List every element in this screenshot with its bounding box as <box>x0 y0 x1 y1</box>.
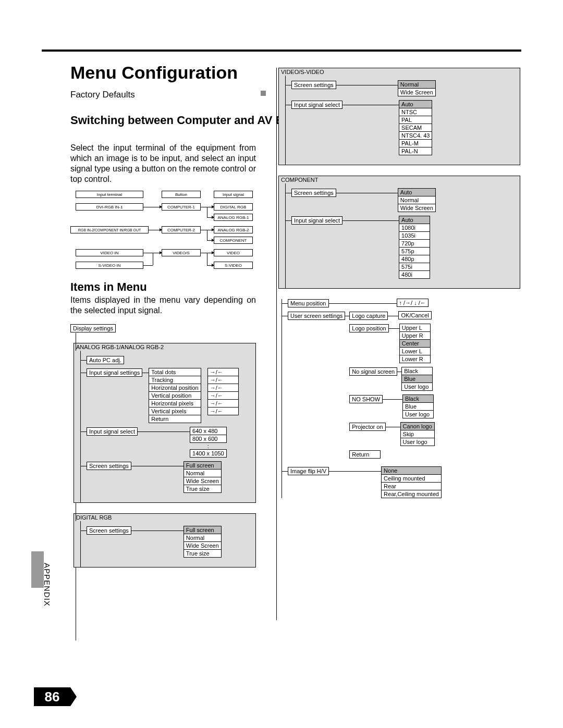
input-terminal-diagram: Input terminal Button Input signal DVI-R… <box>70 191 256 285</box>
image-flip-hv: Image flip H/V <box>288 467 329 475</box>
ns-blue: Blue <box>401 375 433 383</box>
page-number: 86 <box>34 687 70 706</box>
iss-vpix: Vertical pixels <box>149 407 201 415</box>
section-component: COMPONENT <box>279 176 520 183</box>
comp-scr-wide: Wide Screen <box>398 204 436 212</box>
d1-r4c3: S-VIDEO <box>214 262 253 269</box>
scr-full: Full screen <box>183 461 222 470</box>
d1-r1c1: DVI-RGB IN-1 <box>76 203 143 211</box>
drgb-full: Full screen <box>183 526 222 534</box>
drgb-wide: Wide Screen <box>183 541 222 550</box>
vs-palm: PAL-M <box>399 139 432 147</box>
vs-ntsc: NTSC <box>399 108 432 116</box>
po-skip: Skip <box>400 430 435 438</box>
drgb-true: True size <box>183 549 222 558</box>
vs-scr-wide: Wide Screen <box>398 88 436 96</box>
lp-ul: Upper L <box>399 324 431 332</box>
heading-items: Items in Menu <box>70 280 147 294</box>
screen-settings: Screen settings <box>87 462 131 470</box>
vs-paln: PAL-N <box>399 147 432 155</box>
section-digital-rgb: DIGITAL RGB <box>74 514 255 521</box>
arrow-box: →/← <box>207 407 239 415</box>
vs-scr-normal: Normal <box>398 80 436 89</box>
d1-h2: Button <box>162 191 201 198</box>
logo-position: Logo position <box>349 324 388 332</box>
res-640: 640 x 480 <box>190 427 227 435</box>
uss-return: Return <box>349 450 381 459</box>
comp-scr-normal: Normal <box>398 196 436 204</box>
right-menu-tree: VIDEO/S-VIDEO Screen settings Normal Wid… <box>275 68 520 502</box>
scr-true: True size <box>183 485 222 493</box>
no-show: NO SHOW <box>349 395 383 403</box>
auto-pc-adj: Auto PC adj. <box>87 356 124 364</box>
lp-center: Center <box>399 339 431 348</box>
flip-ceiling: Ceiling mounted <box>381 474 442 483</box>
iss-hpix: Horizontal pixels <box>149 399 201 408</box>
d1-r2c1: RGB IN-2/COMPONENT IN/RGB OUT <box>70 226 149 233</box>
vs-ntsc443: NTSC4. 43 <box>399 131 432 140</box>
scr-normal: Normal <box>183 469 222 477</box>
ns-ulogo: User logo <box>401 382 433 391</box>
d1-r1c2: COMPUTER-1 <box>162 203 201 211</box>
comp-480p: 480p <box>399 255 430 263</box>
lp-ll: Lower L <box>399 347 431 355</box>
factory-defaults-label: Factory Defaults <box>70 90 135 100</box>
d1-r3c3: VIDEO <box>214 249 253 256</box>
no-signal-screen: No signal screen <box>349 367 397 376</box>
d1-r2c2: COMPUTER-2 <box>162 226 201 233</box>
default-indicator-swatch <box>261 91 266 96</box>
res-800: 800 x 600 <box>190 435 227 443</box>
section-video-svideo: VIDEO/S-VIDEO <box>279 68 520 76</box>
user-screen-settings: User screen settings <box>288 312 345 320</box>
po-ulogo: User logo <box>400 438 435 446</box>
comp-575i: 575i <box>399 263 430 271</box>
flip-rear: Rear <box>381 482 442 490</box>
nsh-black: Black <box>402 394 434 403</box>
projector-on: Projector on <box>349 423 385 431</box>
arrow-box: →/← <box>207 384 239 392</box>
comp-1080i: 1080i <box>399 224 430 232</box>
page-title: Menu Configuration <box>70 63 238 83</box>
flip-none: None <box>381 466 442 475</box>
d1-r4c1: S-VIDEO IN <box>76 262 143 269</box>
iss-total-dots: Total dots <box>149 368 201 376</box>
appendix-label: APPENDIX <box>43 563 52 607</box>
vs-isel: Input signal select <box>291 101 342 109</box>
paragraph-items: Items displayed in the menu vary dependi… <box>70 295 256 316</box>
arrow-box: →/← <box>207 399 239 408</box>
iss-vpos: Vertical position <box>149 391 201 400</box>
paragraph-switching: Select the input terminal of the equipme… <box>70 143 256 184</box>
comp-575p: 575p <box>399 247 430 255</box>
arrow-box: →/← <box>207 376 239 384</box>
iss-hpos: Horizontal position <box>149 384 201 392</box>
d1-h1: Input terminal <box>76 191 143 198</box>
d1-r3c1: VIDEO IN <box>76 249 143 256</box>
d1-r1c3b: ANALOG RGB-1 <box>214 214 253 221</box>
vs-pal: PAL <box>399 116 432 124</box>
vs-screen-settings: Screen settings <box>291 81 336 89</box>
comp-auto: Auto <box>399 216 430 224</box>
comp-480i: 480i <box>399 270 430 279</box>
nsh-blue: Blue <box>402 402 434 411</box>
drgb-normal: Normal <box>183 534 222 542</box>
comp-scr: Screen settings <box>291 189 336 197</box>
comp-720p: 720p <box>399 239 430 248</box>
section-analog-rgb: ANALOG RGB-1/ANALOG RGB-2 <box>74 343 255 351</box>
res-dots: : <box>190 442 227 450</box>
input-signal-settings: Input signal settings <box>87 368 142 377</box>
appendix-tab <box>31 551 44 588</box>
arrow-box: →/← <box>207 391 239 400</box>
flip-rear-ceiling: Rear,Ceiling mounted <box>381 490 442 498</box>
logo-capture: Logo capture <box>349 312 388 320</box>
iss-return: Return <box>149 415 201 423</box>
comp-scr-auto: Auto <box>398 188 436 196</box>
menu-position: Menu position <box>288 299 329 307</box>
nsh-ulogo: User logo <box>402 410 434 418</box>
lp-lr: Lower R <box>399 355 431 363</box>
input-signal-select: Input signal select <box>87 427 138 436</box>
po-canon: Canon logo <box>400 422 435 430</box>
comp-isel: Input signal select <box>291 216 342 225</box>
iss-tracking: Tracking <box>149 376 201 384</box>
vs-auto: Auto <box>399 100 432 108</box>
d1-r3c2: VIDEO/S <box>162 249 201 256</box>
